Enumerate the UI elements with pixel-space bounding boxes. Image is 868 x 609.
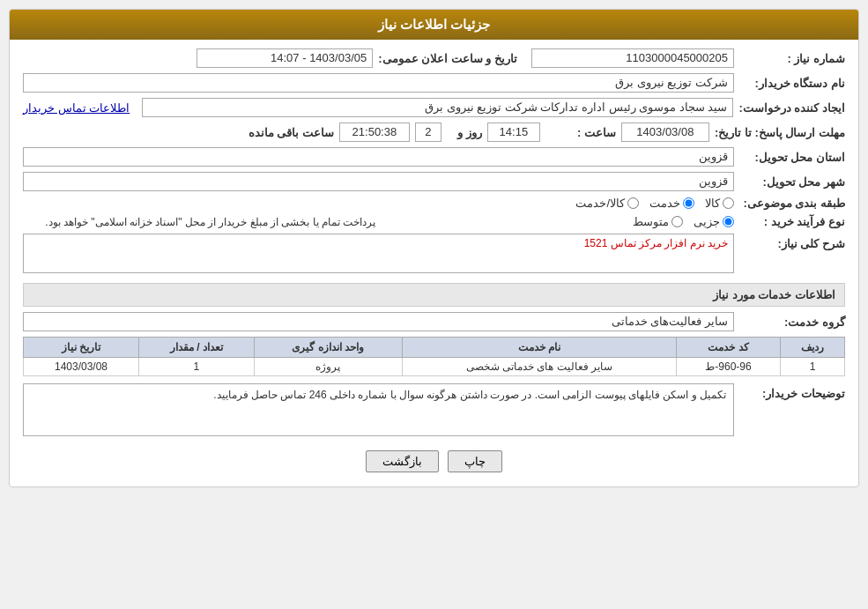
noFarayand-text: پرداخت تمام یا بخشی از مبلغ خریدار از مح… xyxy=(23,216,376,228)
col-tedad: تعداد / مقدار xyxy=(139,338,255,358)
takhNiaz-textarea[interactable] xyxy=(23,234,734,273)
mohlat-roz-label: روز و xyxy=(447,126,482,139)
tasnif-label: طبقه بندی موضوعی: xyxy=(739,197,845,210)
mohlat-time: 14:15 xyxy=(487,123,540,142)
chap-button[interactable]: چاپ xyxy=(448,450,502,472)
button-row: چاپ بازگشت xyxy=(23,450,845,472)
tasnif-khadamat-item[interactable]: خدمت xyxy=(649,197,694,210)
cell-kod: 960-96-ط xyxy=(677,358,781,376)
services-table: ردیف کد خدمت نام خدمت واحد اندازه گیری ت… xyxy=(23,337,845,376)
tasnif-kalakhadamat-radio[interactable] xyxy=(627,197,639,209)
groheKhadamat-label: گروه خدمت: xyxy=(739,316,845,329)
groheKhadamat-value: سایر فعالیت‌های خدماتی xyxy=(23,312,734,331)
namDastgah-value: شرکت توزیع نیروی برق xyxy=(23,73,734,93)
tasnif-kala-label: کالا xyxy=(705,197,720,210)
noFarayand-motavasset-label: متوسط xyxy=(633,215,669,228)
noFarayand-label: نوع فرآیند خرید : xyxy=(739,215,845,228)
noFarayand-motavasset-radio[interactable] xyxy=(671,216,683,227)
khadamat-section-header: اطلاعات خدمات مورد نیاز xyxy=(23,283,845,307)
tarikhoSaat-label: تاریخ و ساعت اعلان عمومی: xyxy=(378,52,517,65)
col-radif: ردیف xyxy=(780,338,844,358)
col-kod: کد خدمت xyxy=(677,338,781,358)
cell-tarikh: 1403/03/08 xyxy=(24,358,139,376)
mohlat-time-label: ساعت : xyxy=(545,126,616,139)
namDastgah-label: نام دستگاه خریدار: xyxy=(739,77,845,90)
tasnif-kala-item[interactable]: کالا xyxy=(705,197,734,210)
shomareNiaz-label: شماره نیاز : xyxy=(739,52,845,65)
shahr-label: شهر محل تحویل: xyxy=(739,175,845,189)
shahr-value: قزوین xyxy=(23,172,734,191)
tasnif-khadamat-label: خدمت xyxy=(649,197,680,210)
bazgasht-button[interactable]: بازگشت xyxy=(366,450,439,472)
col-nam: نام خدمت xyxy=(402,338,677,358)
ijadKonande-value: سید سجاد موسوی رئیس اداره تدارکات شرکت ت… xyxy=(142,98,733,117)
mohlat-date: 1403/03/08 xyxy=(621,123,709,142)
ostan-label: استان محل تحویل: xyxy=(739,151,845,164)
tasnif-kalakhadamat-label: کالا/خدمت xyxy=(575,197,625,210)
tosihKharidar-label: توضیحات خریدار: xyxy=(739,383,845,400)
cell-radif: 1 xyxy=(780,358,844,376)
tasnif-kalakhadamat-item[interactable]: کالا/خدمت xyxy=(575,197,639,210)
page-title: جزئیات اطلاعات نیاز xyxy=(10,10,858,40)
mohlat-baghimande-label: ساعت باقی مانده xyxy=(249,126,334,139)
tamaskhari-link[interactable]: اطلاعات تماس خریدار xyxy=(23,101,130,115)
tasnif-kala-radio[interactable] xyxy=(723,197,734,209)
tasnif-khadamat-radio[interactable] xyxy=(683,197,694,209)
noFarayand-jozi-item[interactable]: جزیی xyxy=(694,215,734,228)
ostan-value: قزوین xyxy=(23,147,734,167)
cell-nam: سایر فعالیت های خدماتی شخصی xyxy=(402,358,677,376)
cell-tedad: 1 xyxy=(139,358,255,376)
col-tarikh: تاریخ نیاز xyxy=(24,338,139,358)
tarikhoSaat-value: 1403/03/05 - 14:07 xyxy=(197,48,373,68)
table-row: 1960-96-طسایر فعالیت های خدماتی شخصیپروژ… xyxy=(24,358,845,376)
takhNiaz-label: شرح کلی نیاز: xyxy=(739,234,845,250)
noFarayand-jozi-label: جزیی xyxy=(694,215,720,228)
ijadKonande-label: ایجاد کننده درخواست: xyxy=(738,101,845,115)
tasnif-radio-group: کالا خدمت کالا/خدمت xyxy=(23,197,734,210)
noFarayand-radio-group: جزیی متوسط xyxy=(382,215,735,228)
mohlat-roz: 2 xyxy=(415,123,441,142)
shomareNiaz-value: 1103000045000205 xyxy=(531,48,734,68)
mohlat-countdown: 21:50:38 xyxy=(339,123,410,142)
col-vahed: واحد اندازه گیری xyxy=(254,338,402,358)
noFarayand-motavasset-item[interactable]: متوسط xyxy=(633,215,683,228)
cell-vahed: پروژه xyxy=(254,358,402,376)
tosihKharidar-value: تکمیل و اسکن فایلهای پیوست الزامی است. د… xyxy=(23,383,734,436)
mohlat-label: مهلت ارسال پاسخ: تا تاریخ: xyxy=(715,126,845,139)
noFarayand-jozi-radio[interactable] xyxy=(723,216,734,227)
